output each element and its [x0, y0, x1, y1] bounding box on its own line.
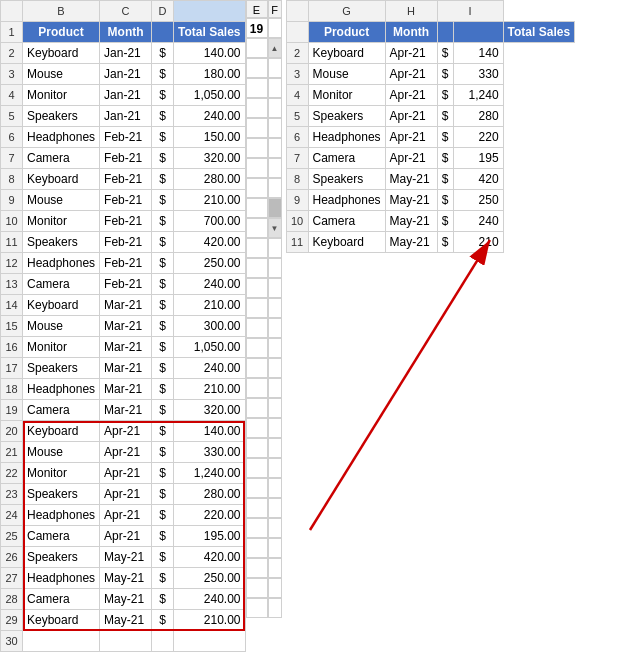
right-row-num-8: 9	[286, 190, 308, 211]
left-table-row-9: 9MouseFeb-21$210.00	[1, 190, 246, 211]
row-num-23: 23	[1, 484, 23, 505]
f-cell-14	[268, 278, 282, 298]
left-month-12: Feb-21	[100, 253, 152, 274]
right-header-3: Total Sales	[503, 22, 574, 43]
left-dollar-20: $	[152, 421, 174, 442]
f-cell-23	[268, 458, 282, 478]
left-month-19: Mar-21	[100, 400, 152, 421]
right-dollar-9: $	[437, 211, 453, 232]
left-product-10: Monitor	[23, 211, 100, 232]
right-table-row-4: 5SpeakersApr-21$280	[286, 106, 575, 127]
left-dollar-29: $	[152, 610, 174, 631]
left-sales-11: 420.00	[174, 232, 245, 253]
ef-row-13	[246, 258, 282, 278]
left-table-row-12: 12HeadphonesFeb-21$250.00	[1, 253, 246, 274]
left-product-21: Mouse	[23, 442, 100, 463]
left-sales-18: 210.00	[174, 379, 245, 400]
row-num-28: 28	[1, 589, 23, 610]
ef-row-9	[246, 178, 282, 198]
left-dollar-13: $	[152, 274, 174, 295]
left-header-product: Product	[23, 22, 100, 43]
left-table-row-8: 8KeyboardFeb-21$280.00	[1, 169, 246, 190]
left-product-13: Camera	[23, 274, 100, 295]
f-cell-11: ▼	[268, 218, 282, 238]
left-sales-24: 220.00	[174, 505, 245, 526]
row-num-29: 29	[1, 610, 23, 631]
left-sales-14: 210.00	[174, 295, 245, 316]
left-dollar-26: $	[152, 547, 174, 568]
left-sales-27: 250.00	[174, 568, 245, 589]
left-dollar-17: $	[152, 358, 174, 379]
ef-row-12	[246, 238, 282, 258]
left-month-27: May-21	[100, 568, 152, 589]
ef-row-19	[246, 378, 282, 398]
right-header-row: ProductMonthTotal Sales	[286, 22, 575, 43]
f-cell-13	[268, 258, 282, 278]
left-table-row-29: 29KeyboardMay-21$210.00	[1, 610, 246, 631]
left-dollar-23: $	[152, 484, 174, 505]
right-dollar-7: $	[437, 169, 453, 190]
left-product-5: Speakers	[23, 106, 100, 127]
row-num-24: 24	[1, 505, 23, 526]
left-month-5: Jan-21	[100, 106, 152, 127]
f-cell-18	[268, 358, 282, 378]
right-table-row-3: 4MonitorApr-21$1,240	[286, 85, 575, 106]
right-product-9: Camera	[308, 211, 385, 232]
right-product-3: Monitor	[308, 85, 385, 106]
left-product-17: Speakers	[23, 358, 100, 379]
col-header-A	[1, 1, 23, 22]
ef-row-4	[246, 78, 282, 98]
right-col-header-G: G	[308, 1, 385, 22]
middle-area: E F 19 ▲▼	[246, 0, 282, 652]
ef-row-14	[246, 278, 282, 298]
ef-row-18	[246, 358, 282, 378]
left-product-24: Headphones	[23, 505, 100, 526]
row-num-5: 5	[1, 106, 23, 127]
scroll-up-icon[interactable]: ▲	[271, 44, 279, 53]
left-product-2: Keyboard	[23, 43, 100, 64]
scroll-down-icon[interactable]: ▼	[271, 224, 279, 233]
right-table-row-7: 8SpeakersMay-21$420	[286, 169, 575, 190]
left-dollar-16: $	[152, 337, 174, 358]
f-cell-8	[268, 158, 282, 178]
col-header-D: D	[152, 1, 174, 22]
ef-row-20	[246, 398, 282, 418]
right-month-6: Apr-21	[385, 148, 437, 169]
f-cell-29	[268, 578, 282, 598]
left-table-row-1: 1ProductMonthTotal Sales	[1, 22, 246, 43]
left-dollar-30	[152, 631, 174, 652]
right-col-header-num	[286, 1, 308, 22]
ef-row-17	[246, 338, 282, 358]
spreadsheet: B C D 1ProductMonthTotal Sales2KeyboardJ…	[0, 0, 622, 671]
left-table-row-7: 7CameraFeb-21$320.00	[1, 148, 246, 169]
f-cell-21	[268, 418, 282, 438]
left-dollar-22: $	[152, 463, 174, 484]
left-sales-29: 210.00	[174, 610, 245, 631]
main-layout: B C D 1ProductMonthTotal Sales2KeyboardJ…	[0, 0, 622, 652]
right-sales-3: 1,240	[453, 85, 503, 106]
right-header-1: Month	[385, 22, 437, 43]
row-num-27: 27	[1, 568, 23, 589]
left-month-26: May-21	[100, 547, 152, 568]
ef-row-29	[246, 578, 282, 598]
right-month-3: Apr-21	[385, 85, 437, 106]
f-cell-10	[268, 198, 282, 218]
right-product-8: Headphones	[308, 190, 385, 211]
right-sales-2: 330	[453, 64, 503, 85]
f-cell-4	[268, 78, 282, 98]
e-cell-15	[246, 298, 268, 318]
left-month-21: Apr-21	[100, 442, 152, 463]
col-header-row: B C D	[1, 1, 246, 22]
right-table-row-2: 3MouseApr-21$330	[286, 64, 575, 85]
left-product-9: Mouse	[23, 190, 100, 211]
row-num-26: 26	[1, 547, 23, 568]
left-sales-16: 1,050.00	[174, 337, 245, 358]
left-product-20: Keyboard	[23, 421, 100, 442]
left-month-3: Jan-21	[100, 64, 152, 85]
e-cell-8	[246, 158, 268, 178]
left-table-row-27: 27HeadphonesMay-21$250.00	[1, 568, 246, 589]
right-header-2	[453, 22, 503, 43]
left-sales-22: 1,240.00	[174, 463, 245, 484]
ef-row-2: ▲	[246, 38, 282, 58]
right-product-1: Keyboard	[308, 43, 385, 64]
